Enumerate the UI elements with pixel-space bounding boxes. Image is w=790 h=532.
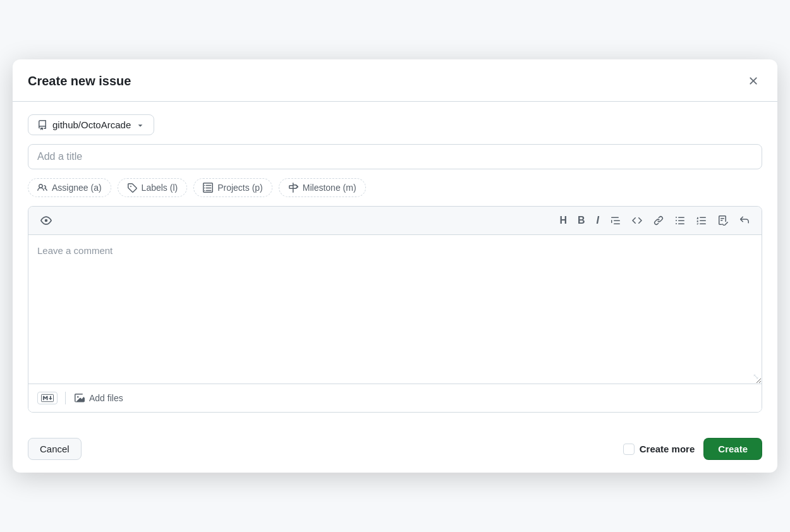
repo-icon [37, 120, 47, 130]
project-icon [203, 183, 213, 193]
dialog-header: Create new issue [13, 59, 777, 102]
editor-toolbar: H B I [28, 207, 762, 235]
code-button[interactable] [628, 212, 647, 229]
labels-chip[interactable]: Labels (l) [118, 178, 188, 197]
dialog-title: Create new issue [28, 74, 131, 88]
code-icon [632, 215, 642, 226]
unordered-list-button[interactable] [671, 212, 690, 229]
milestone-icon [288, 183, 298, 193]
editor-footer: Add files [28, 384, 762, 412]
create-issue-dialog: Create new issue github/OctoArcade [13, 59, 777, 473]
projects-chip[interactable]: Projects (p) [193, 178, 272, 197]
blockquote-button[interactable] [606, 212, 625, 229]
ordered-list-button[interactable] [692, 212, 711, 229]
ordered-list-icon [696, 215, 707, 226]
eye-icon [40, 215, 52, 226]
milestone-label: Milestone (m) [303, 183, 356, 193]
assignee-label: Assignee (a) [52, 183, 102, 193]
close-button[interactable] [744, 72, 762, 90]
italic-button[interactable]: I [592, 212, 604, 229]
undo-icon [739, 215, 750, 226]
title-input[interactable] [28, 144, 762, 169]
create-button[interactable]: Create [703, 438, 762, 460]
blockquote-icon [611, 215, 621, 226]
heading-button[interactable]: H [555, 212, 571, 229]
repo-selector-label: github/OctoArcade [52, 119, 131, 130]
toolbar-right: H B I [555, 212, 754, 229]
editor-content-area: ⤡ [28, 235, 762, 384]
add-files-button[interactable]: Add files [73, 390, 125, 406]
comment-textarea[interactable] [37, 245, 753, 372]
repo-selector-button[interactable]: github/OctoArcade [28, 114, 154, 135]
link-button[interactable] [649, 212, 668, 229]
dialog-footer: Cancel Create more Create [13, 428, 777, 473]
create-more-checkbox[interactable] [623, 444, 635, 455]
preview-button[interactable] [36, 212, 56, 229]
editor-area: H B I [28, 206, 762, 413]
add-files-label: Add files [89, 393, 123, 403]
link-icon [653, 215, 664, 226]
chevron-down-icon [136, 121, 145, 130]
milestone-chip[interactable]: Milestone (m) [279, 178, 366, 197]
cancel-button[interactable]: Cancel [28, 438, 82, 460]
markdown-icon [41, 394, 54, 402]
label-icon [127, 183, 137, 193]
undo-button[interactable] [735, 212, 754, 229]
assignee-icon [37, 183, 47, 193]
image-icon [75, 393, 85, 403]
metadata-row: Assignee (a) Labels (l) Projects (p) Mil… [28, 178, 762, 197]
create-more-text: Create more [640, 444, 695, 454]
close-icon [747, 75, 760, 87]
footer-divider [65, 392, 66, 404]
dialog-body: github/OctoArcade Assignee (a) Labels (l… [13, 102, 777, 428]
assignee-chip[interactable]: Assignee (a) [28, 178, 111, 197]
projects-label: Projects (p) [217, 183, 263, 193]
bold-button[interactable]: B [573, 212, 590, 229]
resize-handle: ⤡ [753, 372, 759, 381]
task-list-button[interactable] [714, 212, 732, 229]
labels-label: Labels (l) [142, 183, 178, 193]
markdown-badge [37, 392, 58, 404]
unordered-list-icon [675, 215, 685, 226]
task-list-icon [718, 215, 728, 226]
create-more-label[interactable]: Create more [623, 444, 695, 455]
toolbar-left [36, 212, 56, 229]
footer-right: Create more Create [623, 438, 762, 460]
